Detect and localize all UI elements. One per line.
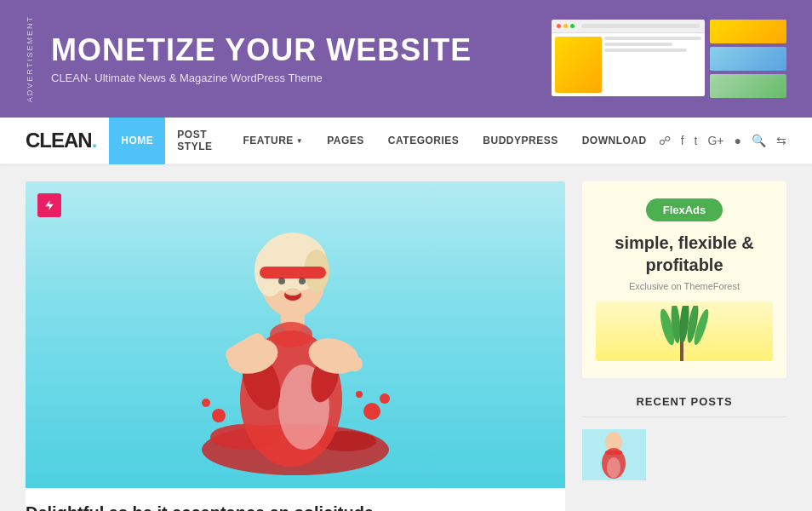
featured-content: Delightful as he it acceptance an solici…: [26, 488, 565, 511]
rss-icon[interactable]: ☍: [659, 134, 671, 147]
recent-posts-widget: RECENT POSTS: [582, 395, 786, 480]
svg-point-19: [278, 278, 285, 284]
ad-banner: ADVERTISEMENT MONETIZE YOUR WEBSITE CLEA…: [0, 0, 812, 118]
nav-item-buddypress[interactable]: BUDDYPRESS: [471, 118, 569, 164]
facebook-icon[interactable]: f: [681, 134, 684, 147]
side-item-3: [710, 74, 786, 98]
nav-item-categories[interactable]: CATEGORIES: [376, 118, 471, 164]
nav-item-pages[interactable]: PAGES: [315, 118, 376, 164]
nav-link-buddypress[interactable]: BUDDYPRESS: [471, 118, 569, 164]
ad-preview: [552, 20, 786, 98]
ad-widget: FlexAds simple, flexible & profitable Ex…: [582, 181, 786, 378]
advertisement-label: ADVERTISEMENT: [26, 15, 34, 102]
featured-post: Delightful as he it acceptance an solici…: [26, 181, 565, 511]
dot-green: [570, 24, 575, 28]
ad-text-block: MONETIZE YOUR WEBSITE CLEAN- Ultimate Ne…: [51, 33, 535, 85]
preview-img-1: [555, 37, 602, 93]
plant-illustration: [650, 306, 718, 361]
svg-point-4: [212, 409, 226, 422]
nav-item-download[interactable]: DOWNLOAD: [570, 118, 659, 164]
ad-widget-plant: [596, 301, 773, 361]
recent-post-thumb-1: [582, 429, 646, 480]
svg-marker-0: [45, 201, 53, 211]
lightning-icon: [43, 199, 55, 211]
feature-arrow: ▼: [296, 137, 303, 145]
nav-links: HOME POST STYLE FEATURE ▼ PAGES CATEGORI…: [109, 118, 658, 164]
line1: [604, 37, 701, 40]
nav-item-post-style[interactable]: POST STYLE: [165, 118, 231, 164]
featured-artwork: [159, 186, 432, 484]
ad-title: MONETIZE YOUR WEBSITE: [51, 33, 535, 67]
ad-subtitle: CLEAN- Ultimate News & Magazine WordPres…: [51, 72, 535, 84]
logo-dot: .: [92, 129, 97, 152]
line3: [604, 49, 687, 52]
ad-preview-side: [710, 20, 786, 98]
nav-icons: ☍ f t G+ ● 🔍 ⇆: [659, 134, 786, 147]
svg-point-38: [607, 457, 620, 478]
svg-point-25: [270, 322, 312, 347]
main-wrapper: Delightful as he it acceptance an solici…: [0, 164, 812, 511]
nav-link-post-style[interactable]: POST STYLE: [165, 118, 231, 164]
featured-title: Delightful as he it acceptance an solici…: [26, 502, 565, 511]
ad-widget-subtitle: Exclusive on ThemeForest: [596, 281, 773, 291]
navbar: CLEAN. HOME POST STYLE FEATURE ▼ PAGES C…: [0, 118, 812, 164]
recent-thumb-artwork: [582, 429, 646, 480]
flexads-button[interactable]: FlexAds: [646, 198, 723, 221]
svg-point-20: [299, 278, 306, 284]
side-item-1: [710, 20, 786, 43]
dot-red: [557, 24, 561, 28]
featured-image-wrap: [26, 181, 565, 488]
nav-link-feature[interactable]: FEATURE ▼: [232, 118, 316, 164]
nav-link-pages[interactable]: PAGES: [315, 118, 376, 164]
nav-item-feature[interactable]: FEATURE ▼: [232, 118, 316, 164]
ad-preview-content: [552, 33, 705, 96]
nav-link-categories[interactable]: CATEGORIES: [376, 118, 471, 164]
content-area: Delightful as he it acceptance an solici…: [26, 181, 565, 511]
nav-link-home[interactable]: HOME: [109, 118, 165, 164]
preview-text: [604, 37, 701, 93]
svg-point-6: [363, 403, 380, 420]
ad-widget-title: simple, flexible & profitable: [596, 232, 773, 276]
featured-image: [26, 181, 565, 488]
recent-posts-title: RECENT POSTS: [582, 395, 786, 417]
svg-point-5: [202, 399, 210, 407]
random-icon[interactable]: ⇆: [776, 134, 786, 147]
svg-point-7: [380, 393, 390, 404]
twitter-icon[interactable]: t: [695, 134, 698, 147]
ad-preview-main: [552, 20, 705, 96]
nav-item-home[interactable]: HOME: [109, 118, 165, 164]
svg-point-8: [356, 391, 363, 398]
svg-point-22: [285, 289, 300, 296]
nav-link-download[interactable]: DOWNLOAD: [570, 118, 659, 164]
side-item-2: [710, 47, 786, 71]
instagram-icon[interactable]: ●: [735, 134, 741, 147]
sidebar: FlexAds simple, flexible & profitable Ex…: [582, 181, 786, 511]
dot-yellow: [563, 24, 568, 28]
logo-text: CLEAN: [26, 129, 92, 152]
lightning-badge: [37, 193, 61, 217]
ad-preview-bar: [552, 20, 705, 33]
recent-post-item-1[interactable]: [582, 429, 786, 480]
svg-rect-18: [260, 267, 326, 278]
google-plus-icon[interactable]: G+: [707, 134, 723, 147]
logo[interactable]: CLEAN.: [26, 129, 96, 152]
search-icon[interactable]: 🔍: [752, 134, 766, 147]
line2: [604, 43, 672, 46]
url-bar: [581, 24, 700, 28]
